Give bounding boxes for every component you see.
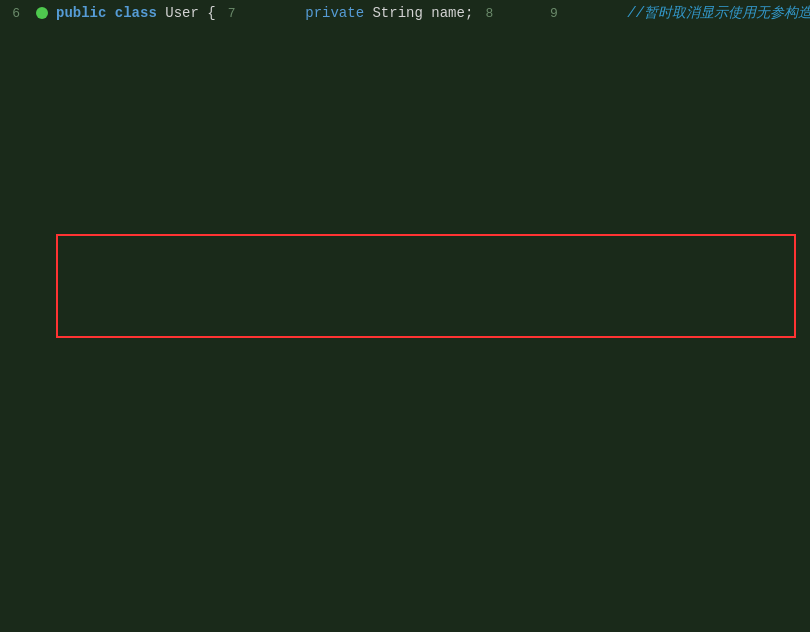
line-content[interactable]: public class User { xyxy=(56,0,216,26)
code-line: 8 xyxy=(473,0,537,26)
line-number: 9 xyxy=(538,6,566,21)
code-line: 9 //暂时取消显示使用无参构造； xyxy=(538,0,810,26)
breakpoint-green-icon[interactable] xyxy=(36,7,48,19)
line-content[interactable] xyxy=(529,0,537,26)
line-number: 8 xyxy=(473,6,501,21)
line-content[interactable]: //暂时取消显示使用无参构造； xyxy=(594,0,810,26)
code-area: 6public class User {7 private String nam… xyxy=(0,0,810,632)
code-editor: 6public class User {7 private String nam… xyxy=(0,0,810,632)
line-icon-area xyxy=(28,7,56,19)
line-content[interactable]: private String name; xyxy=(272,0,474,26)
code-line: 6public class User { xyxy=(0,0,216,26)
line-number: 6 xyxy=(0,6,28,21)
line-number: 7 xyxy=(216,6,244,21)
code-line: 7 private String name; xyxy=(216,0,474,26)
